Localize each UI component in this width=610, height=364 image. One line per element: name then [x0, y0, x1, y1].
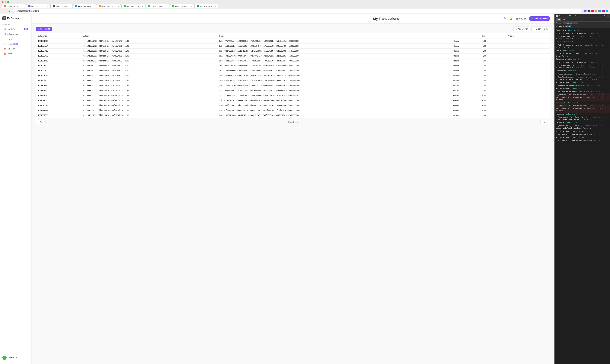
row-more-button[interactable]: ··· — [534, 98, 550, 103]
more-options-button[interactable]: ··· — [27, 357, 29, 359]
all-accounts-button[interactable]: All Accounts — [36, 27, 52, 31]
sidebar-item-calendar[interactable]: 📅 Calendar — [1, 46, 30, 51]
dev-file-link[interactable]: index.tsx:64 — [572, 88, 583, 90]
maximize-button[interactable] — [7, 1, 9, 3]
dev-elements-icon[interactable]: ⬜ — [556, 14, 558, 17]
dev-file-link[interactable]: index.tsx:64 — [572, 81, 583, 83]
dev-dock-icon[interactable]: ⬛ — [606, 14, 609, 17]
cell-fee: -100 — [480, 93, 505, 98]
dev-log-line: Active account, index.tsx:64 — [555, 130, 610, 133]
row-more-button[interactable]: ··· — [534, 93, 550, 98]
cell-attester: 0xfe948cb2122fdd87baf43dce8afa254b1242c1… — [81, 113, 217, 118]
cell-datetime: 1691898692 — [36, 68, 81, 73]
cell-datetime: 1691897684 — [36, 44, 81, 49]
dev-filter-icon[interactable]: ⊘ — [567, 18, 569, 21]
dev-eye-icon[interactable]: 👁 — [563, 18, 566, 21]
sidebar-item-attestations[interactable]: 📋 Attestations — [1, 32, 30, 36]
row-more-button[interactable]: ··· — [534, 108, 550, 113]
row-more-button[interactable]: ··· — [534, 44, 550, 49]
dev-log-line: MetaMaskConnector {_events: E vents, _ev… — [555, 35, 610, 40]
browser-tab-6[interactable]: BaseScan Transactio... × — [121, 4, 145, 8]
dev-file-link[interactable]: index.tsx:18 — [566, 102, 578, 104]
sidebar: 🏛 My Savings Navigation 🏛 My Safe 16 📋 A… — [0, 14, 31, 364]
dev-file-link[interactable]: index.tsx:45 — [567, 58, 579, 60]
row-more-button[interactable]: ··· — [534, 64, 550, 68]
row-more-button[interactable]: ··· — [534, 73, 550, 78]
search-button[interactable]: 🔍 — [503, 17, 507, 21]
minimize-button[interactable] — [4, 1, 6, 3]
dev-network-icon[interactable]: ↕ — [566, 14, 568, 17]
export-csv-button[interactable]: ↑ Export to CSV — [531, 26, 550, 31]
custom-levels-button[interactable]: Custom levels ▾ — [563, 22, 578, 24]
dev-file-link[interactable]: index.tsx:54 — [566, 113, 578, 115]
apply-filter-button[interactable]: ▽ Apply Filter — [513, 26, 530, 31]
notifications-button[interactable]: 🔔 — [509, 17, 513, 21]
dev-panel: ⬜ >_ { } ↕ >> × ⚙ ⬛ top 👁 ⊘ Filter Custo… — [555, 14, 610, 364]
col-attester[interactable]: Attester ↕ — [81, 33, 217, 39]
dev-file-link[interactable]: index.tsx:45 — [567, 70, 579, 72]
connect-wallet-button[interactable]: Connect Wallet — [529, 16, 550, 21]
dev-file-link[interactable]: index.tsx:64 — [572, 130, 583, 132]
row-more-button[interactable]: ··· — [534, 78, 550, 83]
browser-tab-3[interactable]: Subgraph Studio × — [50, 4, 73, 8]
sidebar-section-label: Navigation — [0, 23, 31, 26]
sidebar-item-inbox[interactable]: 📥 Inbox — [1, 52, 30, 56]
extension-icon-1[interactable] — [584, 10, 587, 12]
cell-status: Attested — [450, 93, 480, 98]
browser-tab-8[interactable]: Address 0x60C49Da... × — [170, 4, 194, 8]
reload-button[interactable]: ↻ — [8, 10, 11, 13]
row-more-button[interactable]: ··· — [534, 39, 550, 44]
col-service[interactable]: Service ↕ — [217, 33, 450, 39]
forward-button[interactable]: › — [5, 10, 7, 13]
cell-price — [505, 58, 534, 64]
table-row: 1691941244 0xfe948cb2122fdd87baf43dce8af… — [36, 108, 550, 113]
dev-console-icon[interactable]: >_ — [559, 14, 562, 17]
row-more-button[interactable]: ··· — [534, 49, 550, 53]
extension-icon-7[interactable] — [606, 10, 608, 12]
row-more-button[interactable]: ··· — [534, 53, 550, 58]
extension-icon-5[interactable] — [598, 10, 601, 12]
sidebar-item-transactions[interactable]: 📄 Transactions — [1, 41, 30, 46]
extension-icon-6[interactable] — [602, 10, 605, 12]
main-content: My Transactions 🔍 🔔 ⛓ Chains Connect Wal… — [31, 14, 555, 364]
dev-file-link[interactable]: index.tsx:45 — [567, 29, 579, 31]
col-datetime[interactable]: Date & Time ↕ — [36, 33, 81, 39]
dev-file-link[interactable]: index.tsx:54 — [566, 122, 578, 124]
next-page-button[interactable]: Next > — [541, 120, 550, 124]
chains-button[interactable]: ⛓ Chains — [515, 17, 527, 21]
row-more-button[interactable]: ··· — [534, 58, 550, 64]
prev-page-button[interactable]: < Prev — [36, 120, 45, 124]
dev-sources-icon[interactable]: { } — [562, 14, 565, 17]
dev-close-icon[interactable]: × — [574, 14, 576, 17]
sort-icon-price: ↕ — [513, 35, 514, 37]
row-more-button[interactable]: ··· — [534, 103, 550, 108]
row-more-button[interactable]: ··· — [534, 68, 550, 73]
dev-file-link[interactable]: index.tsx:64 — [572, 136, 583, 138]
dev-tab-top[interactable]: top — [556, 18, 561, 21]
dev-more-icon[interactable]: >> — [569, 14, 571, 17]
col-fee[interactable]: Fee ↕ — [480, 33, 505, 39]
sidebar-item-tasks[interactable]: ✓ Tasks — [1, 37, 30, 41]
row-more-button[interactable]: ··· — [534, 113, 550, 118]
row-more-button[interactable]: ··· — [534, 83, 550, 88]
dev-file-link[interactable]: index.tsx:35 — [562, 50, 574, 52]
extension-icon-2[interactable] — [587, 10, 590, 12]
browser-tab-2[interactable]: Quick Start | Docs | T... × — [26, 4, 50, 8]
sidebar-item-my-safe[interactable]: 🏛 My Safe 16 — [1, 27, 30, 31]
col-price[interactable]: Price ↕ — [505, 33, 534, 39]
address-bar[interactable]: localhost:3000/my-transactions — [12, 9, 583, 13]
row-more-button[interactable]: ··· — [534, 88, 550, 93]
browser-tab-1[interactable]: ETHGlobal | Superha... × — [2, 4, 26, 8]
close-button[interactable] — [2, 1, 4, 3]
dev-settings-icon[interactable]: ⚙ — [603, 14, 606, 17]
back-button[interactable]: ‹ — [2, 10, 4, 13]
browser-tab-4[interactable]: Attest Your Savin... × — [73, 4, 97, 8]
browser-tab-5[interactable]: Attestation (Schema... × — [97, 4, 121, 8]
extension-icon-4[interactable] — [595, 10, 597, 12]
browser-tab-9[interactable]: Safe{Wallet} – Trans... × — [194, 4, 218, 8]
cell-attester: 0xfe948cb2122fdd87baf43dce8afa254b1242c1… — [81, 58, 217, 64]
extension-icon-3[interactable] — [591, 10, 594, 12]
browser-tab-7[interactable]: BaseScan Transactio... × — [146, 4, 170, 8]
dev-file-link[interactable]: index.tsx:35 — [562, 41, 574, 43]
sidebar-item-label-my-safe: My Safe — [8, 28, 15, 30]
